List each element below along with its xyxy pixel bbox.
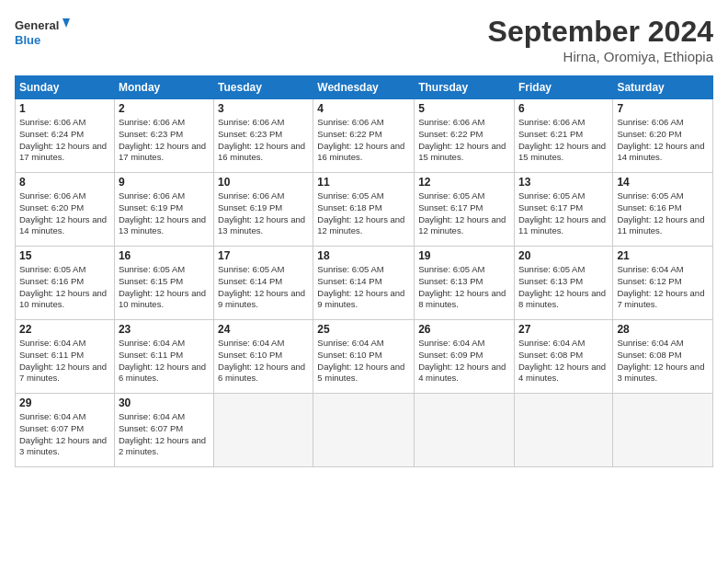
day-number: 10 xyxy=(218,176,309,189)
day-number: 30 xyxy=(119,396,210,409)
calendar-week-row: 29 Sunrise: 6:04 AM Sunset: 6:07 PM Dayl… xyxy=(16,394,713,467)
day-number: 4 xyxy=(317,102,410,115)
calendar-day-cell: 13 Sunrise: 6:05 AM Sunset: 6:17 PM Dayl… xyxy=(514,173,612,247)
col-saturday: Saturday xyxy=(613,76,713,99)
calendar-day-cell: 22 Sunrise: 6:04 AM Sunset: 6:11 PM Dayl… xyxy=(16,320,115,394)
svg-text:General: General xyxy=(15,18,59,32)
calendar-day-cell xyxy=(415,394,515,467)
day-number: 7 xyxy=(617,102,709,115)
day-info: Sunrise: 6:04 AM Sunset: 6:07 PM Dayligh… xyxy=(19,411,110,458)
calendar-day-cell xyxy=(313,394,415,467)
day-info: Sunrise: 6:06 AM Sunset: 6:23 PM Dayligh… xyxy=(218,117,309,164)
day-number: 20 xyxy=(518,249,609,262)
calendar-week-row: 22 Sunrise: 6:04 AM Sunset: 6:11 PM Dayl… xyxy=(16,320,713,394)
day-info: Sunrise: 6:05 AM Sunset: 6:13 PM Dayligh… xyxy=(518,264,609,311)
day-number: 29 xyxy=(19,396,110,409)
calendar-day-cell: 17 Sunrise: 6:05 AM Sunset: 6:14 PM Dayl… xyxy=(214,247,313,320)
day-info: Sunrise: 6:06 AM Sunset: 6:19 PM Dayligh… xyxy=(218,190,309,237)
day-number: 17 xyxy=(218,249,309,262)
day-info: Sunrise: 6:06 AM Sunset: 6:19 PM Dayligh… xyxy=(119,190,210,237)
day-number: 5 xyxy=(418,102,510,115)
day-info: Sunrise: 6:04 AM Sunset: 6:10 PM Dayligh… xyxy=(218,338,309,385)
calendar-day-cell xyxy=(613,394,713,467)
day-number: 26 xyxy=(418,323,510,336)
day-number: 19 xyxy=(418,249,510,262)
day-info: Sunrise: 6:04 AM Sunset: 6:12 PM Dayligh… xyxy=(617,264,709,311)
calendar-day-cell: 2 Sunrise: 6:06 AM Sunset: 6:23 PM Dayli… xyxy=(114,99,213,173)
day-info: Sunrise: 6:05 AM Sunset: 6:14 PM Dayligh… xyxy=(317,264,410,311)
day-info: Sunrise: 6:04 AM Sunset: 6:11 PM Dayligh… xyxy=(119,338,210,385)
calendar-day-cell: 3 Sunrise: 6:06 AM Sunset: 6:23 PM Dayli… xyxy=(214,99,313,173)
calendar-day-cell: 24 Sunrise: 6:04 AM Sunset: 6:10 PM Dayl… xyxy=(214,320,313,394)
col-monday: Monday xyxy=(114,76,213,99)
day-number: 8 xyxy=(19,176,110,189)
col-thursday: Thursday xyxy=(415,76,515,99)
calendar-day-cell: 9 Sunrise: 6:06 AM Sunset: 6:19 PM Dayli… xyxy=(114,173,213,247)
svg-marker-2 xyxy=(63,18,70,28)
col-sunday: Sunday xyxy=(16,76,115,99)
calendar-day-cell xyxy=(514,394,612,467)
logo-svg: General Blue xyxy=(15,15,70,52)
day-number: 28 xyxy=(617,323,709,336)
day-info: Sunrise: 6:06 AM Sunset: 6:20 PM Dayligh… xyxy=(617,117,709,164)
day-info: Sunrise: 6:04 AM Sunset: 6:07 PM Dayligh… xyxy=(119,411,210,458)
calendar-day-cell: 30 Sunrise: 6:04 AM Sunset: 6:07 PM Dayl… xyxy=(114,394,213,467)
calendar-day-cell: 12 Sunrise: 6:05 AM Sunset: 6:17 PM Dayl… xyxy=(415,173,515,247)
calendar-day-cell: 20 Sunrise: 6:05 AM Sunset: 6:13 PM Dayl… xyxy=(514,247,612,320)
day-info: Sunrise: 6:04 AM Sunset: 6:08 PM Dayligh… xyxy=(617,338,709,385)
day-info: Sunrise: 6:04 AM Sunset: 6:09 PM Dayligh… xyxy=(418,338,510,385)
logo: General Blue xyxy=(15,15,70,52)
calendar-day-cell: 15 Sunrise: 6:05 AM Sunset: 6:16 PM Dayl… xyxy=(16,247,115,320)
day-info: Sunrise: 6:06 AM Sunset: 6:20 PM Dayligh… xyxy=(19,190,110,237)
calendar-day-cell: 1 Sunrise: 6:06 AM Sunset: 6:24 PM Dayli… xyxy=(16,99,115,173)
col-tuesday: Tuesday xyxy=(214,76,313,99)
calendar-day-cell: 8 Sunrise: 6:06 AM Sunset: 6:20 PM Dayli… xyxy=(16,173,115,247)
month-title: September 2024 xyxy=(488,15,713,49)
title-block: September 2024 Hirna, Oromiya, Ethiopia xyxy=(488,15,713,64)
calendar-day-cell: 26 Sunrise: 6:04 AM Sunset: 6:09 PM Dayl… xyxy=(415,320,515,394)
main-container: General Blue September 2024 Hirna, Oromi… xyxy=(0,0,728,475)
calendar-day-cell: 27 Sunrise: 6:04 AM Sunset: 6:08 PM Dayl… xyxy=(514,320,612,394)
calendar-body: 1 Sunrise: 6:06 AM Sunset: 6:24 PM Dayli… xyxy=(16,99,713,467)
calendar-header-row: Sunday Monday Tuesday Wednesday Thursday… xyxy=(16,76,713,99)
day-info: Sunrise: 6:05 AM Sunset: 6:15 PM Dayligh… xyxy=(119,264,210,311)
calendar-day-cell: 21 Sunrise: 6:04 AM Sunset: 6:12 PM Dayl… xyxy=(613,247,713,320)
day-info: Sunrise: 6:05 AM Sunset: 6:17 PM Dayligh… xyxy=(518,190,609,237)
day-number: 2 xyxy=(119,102,210,115)
day-number: 6 xyxy=(518,102,609,115)
calendar-week-row: 8 Sunrise: 6:06 AM Sunset: 6:20 PM Dayli… xyxy=(16,173,713,247)
calendar-day-cell: 6 Sunrise: 6:06 AM Sunset: 6:21 PM Dayli… xyxy=(514,99,612,173)
day-number: 14 xyxy=(617,176,709,189)
day-number: 27 xyxy=(518,323,609,336)
day-number: 16 xyxy=(119,249,210,262)
calendar-day-cell: 25 Sunrise: 6:04 AM Sunset: 6:10 PM Dayl… xyxy=(313,320,415,394)
day-number: 12 xyxy=(418,176,510,189)
location-subtitle: Hirna, Oromiya, Ethiopia xyxy=(488,49,713,64)
col-wednesday: Wednesday xyxy=(313,76,415,99)
calendar-day-cell: 29 Sunrise: 6:04 AM Sunset: 6:07 PM Dayl… xyxy=(16,394,115,467)
calendar-day-cell: 28 Sunrise: 6:04 AM Sunset: 6:08 PM Dayl… xyxy=(613,320,713,394)
calendar-day-cell: 16 Sunrise: 6:05 AM Sunset: 6:15 PM Dayl… xyxy=(114,247,213,320)
calendar-day-cell: 10 Sunrise: 6:06 AM Sunset: 6:19 PM Dayl… xyxy=(214,173,313,247)
day-info: Sunrise: 6:05 AM Sunset: 6:13 PM Dayligh… xyxy=(418,264,510,311)
calendar-day-cell: 23 Sunrise: 6:04 AM Sunset: 6:11 PM Dayl… xyxy=(114,320,213,394)
day-number: 1 xyxy=(19,102,110,115)
day-info: Sunrise: 6:06 AM Sunset: 6:21 PM Dayligh… xyxy=(518,117,609,164)
calendar-day-cell: 19 Sunrise: 6:05 AM Sunset: 6:13 PM Dayl… xyxy=(415,247,515,320)
day-info: Sunrise: 6:05 AM Sunset: 6:14 PM Dayligh… xyxy=(218,264,309,311)
day-number: 13 xyxy=(518,176,609,189)
calendar-day-cell: 4 Sunrise: 6:06 AM Sunset: 6:22 PM Dayli… xyxy=(313,99,415,173)
day-number: 23 xyxy=(119,323,210,336)
col-friday: Friday xyxy=(514,76,612,99)
day-info: Sunrise: 6:06 AM Sunset: 6:22 PM Dayligh… xyxy=(317,117,410,164)
header: General Blue September 2024 Hirna, Oromi… xyxy=(15,15,713,64)
day-info: Sunrise: 6:04 AM Sunset: 6:08 PM Dayligh… xyxy=(518,338,609,385)
svg-text:Blue: Blue xyxy=(15,33,40,47)
day-number: 3 xyxy=(218,102,309,115)
day-number: 18 xyxy=(317,249,410,262)
calendar-table: Sunday Monday Tuesday Wednesday Thursday… xyxy=(15,75,713,467)
day-number: 25 xyxy=(317,323,410,336)
calendar-day-cell: 14 Sunrise: 6:05 AM Sunset: 6:16 PM Dayl… xyxy=(613,173,713,247)
day-number: 24 xyxy=(218,323,309,336)
day-number: 22 xyxy=(19,323,110,336)
